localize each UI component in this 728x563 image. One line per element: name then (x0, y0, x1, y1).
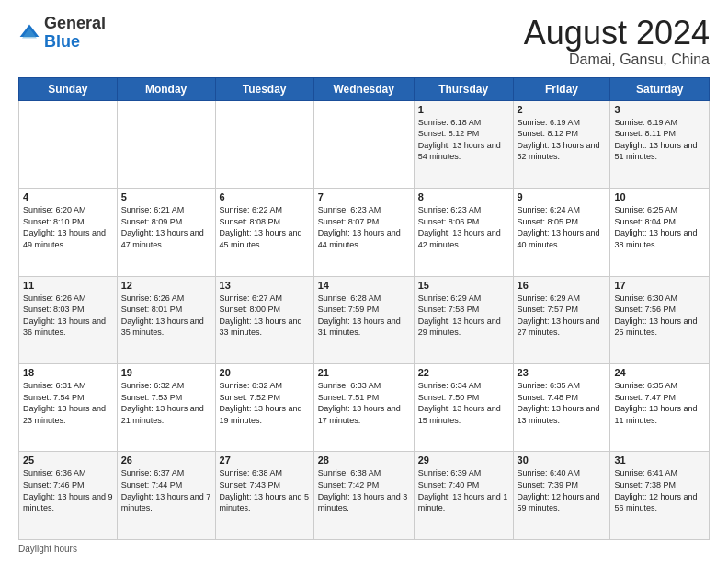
day-number: 8 (418, 191, 509, 202)
weekday-header: Monday (117, 77, 215, 100)
day-number: 31 (614, 454, 705, 465)
day-info: Sunrise: 6:38 AM Sunset: 7:43 PM Dayligh… (220, 467, 310, 513)
day-info: Sunrise: 6:20 AM Sunset: 8:10 PM Dayligh… (23, 204, 113, 250)
calendar-cell: 6 Sunrise: 6:22 AM Sunset: 8:08 PM Dayli… (215, 189, 313, 276)
calendar-cell: 17 Sunrise: 6:30 AM Sunset: 7:56 PM Dayl… (610, 276, 710, 363)
logo: General Blue (18, 15, 106, 52)
day-info: Sunrise: 6:36 AM Sunset: 7:46 PM Dayligh… (23, 467, 113, 513)
calendar-cell (313, 100, 414, 188)
day-number: 12 (121, 280, 211, 291)
weekday-header: Sunday (19, 77, 118, 100)
day-number: 7 (318, 191, 410, 202)
day-info: Sunrise: 6:25 AM Sunset: 8:04 PM Dayligh… (614, 204, 705, 250)
day-number: 4 (23, 191, 113, 202)
day-number: 23 (518, 367, 607, 378)
calendar-cell: 2 Sunrise: 6:19 AM Sunset: 8:12 PM Dayli… (513, 100, 610, 188)
calendar-cell: 22 Sunrise: 6:34 AM Sunset: 7:50 PM Dayl… (414, 364, 513, 452)
logo-icon (18, 22, 40, 44)
day-number: 29 (418, 454, 509, 465)
weekday-header: Wednesday (313, 77, 414, 100)
day-number: 25 (23, 454, 113, 465)
page: General Blue August 2024 Damai, Gansu, C… (0, 0, 728, 563)
day-number: 14 (318, 280, 410, 291)
day-number: 17 (614, 280, 705, 291)
month-year: August 2024 (524, 15, 710, 52)
weekday-header: Friday (513, 77, 610, 100)
calendar-cell: 24 Sunrise: 6:35 AM Sunset: 7:47 PM Dayl… (610, 364, 710, 452)
day-number: 16 (518, 280, 607, 291)
day-number: 5 (121, 191, 211, 202)
day-info: Sunrise: 6:31 AM Sunset: 7:54 PM Dayligh… (23, 380, 113, 426)
day-info: Sunrise: 6:27 AM Sunset: 8:00 PM Dayligh… (220, 293, 310, 339)
day-number: 9 (518, 191, 607, 202)
day-info: Sunrise: 6:22 AM Sunset: 8:08 PM Dayligh… (220, 204, 310, 250)
day-number: 26 (121, 454, 211, 465)
calendar-cell: 11 Sunrise: 6:26 AM Sunset: 8:03 PM Dayl… (19, 276, 118, 363)
header-row: SundayMondayTuesdayWednesdayThursdayFrid… (19, 77, 710, 100)
calendar-cell: 25 Sunrise: 6:36 AM Sunset: 7:46 PM Dayl… (19, 452, 118, 540)
day-info: Sunrise: 6:23 AM Sunset: 8:07 PM Dayligh… (318, 204, 410, 250)
location: Damai, Gansu, China (524, 52, 710, 68)
day-info: Sunrise: 6:29 AM Sunset: 7:57 PM Dayligh… (518, 293, 607, 339)
day-info: Sunrise: 6:34 AM Sunset: 7:50 PM Dayligh… (418, 380, 509, 426)
calendar-cell: 29 Sunrise: 6:39 AM Sunset: 7:40 PM Dayl… (414, 452, 513, 540)
calendar-cell: 9 Sunrise: 6:24 AM Sunset: 8:05 PM Dayli… (513, 189, 610, 276)
day-number: 18 (23, 367, 113, 378)
header: General Blue August 2024 Damai, Gansu, C… (18, 15, 710, 68)
calendar-cell (19, 100, 118, 188)
day-info: Sunrise: 6:18 AM Sunset: 8:12 PM Dayligh… (418, 117, 509, 163)
day-info: Sunrise: 6:24 AM Sunset: 8:05 PM Dayligh… (518, 204, 607, 250)
calendar-cell: 19 Sunrise: 6:32 AM Sunset: 7:53 PM Dayl… (117, 364, 215, 452)
calendar-cell: 15 Sunrise: 6:29 AM Sunset: 7:58 PM Dayl… (414, 276, 513, 363)
day-info: Sunrise: 6:33 AM Sunset: 7:51 PM Dayligh… (318, 380, 410, 426)
day-info: Sunrise: 6:41 AM Sunset: 7:38 PM Dayligh… (614, 467, 705, 513)
day-info: Sunrise: 6:26 AM Sunset: 8:03 PM Dayligh… (23, 293, 113, 339)
calendar-table: SundayMondayTuesdayWednesdayThursdayFrid… (18, 77, 710, 540)
logo-text: General Blue (44, 15, 106, 52)
day-info: Sunrise: 6:38 AM Sunset: 7:42 PM Dayligh… (318, 467, 410, 513)
calendar-cell: 1 Sunrise: 6:18 AM Sunset: 8:12 PM Dayli… (414, 100, 513, 188)
day-info: Sunrise: 6:32 AM Sunset: 7:52 PM Dayligh… (220, 380, 310, 426)
calendar-cell: 21 Sunrise: 6:33 AM Sunset: 7:51 PM Dayl… (313, 364, 414, 452)
day-info: Sunrise: 6:35 AM Sunset: 7:47 PM Dayligh… (614, 380, 705, 426)
day-number: 27 (220, 454, 310, 465)
day-number: 2 (518, 104, 607, 115)
calendar-cell: 13 Sunrise: 6:27 AM Sunset: 8:00 PM Dayl… (215, 276, 313, 363)
calendar-cell: 31 Sunrise: 6:41 AM Sunset: 7:38 PM Dayl… (610, 452, 710, 540)
day-info: Sunrise: 6:19 AM Sunset: 8:12 PM Dayligh… (518, 117, 607, 163)
day-info: Sunrise: 6:19 AM Sunset: 8:11 PM Dayligh… (614, 117, 705, 163)
calendar-cell (215, 100, 313, 188)
day-number: 15 (418, 280, 509, 291)
calendar-cell: 14 Sunrise: 6:28 AM Sunset: 7:59 PM Dayl… (313, 276, 414, 363)
day-info: Sunrise: 6:21 AM Sunset: 8:09 PM Dayligh… (121, 204, 211, 250)
calendar-week: 1 Sunrise: 6:18 AM Sunset: 8:12 PM Dayli… (19, 100, 710, 188)
day-info: Sunrise: 6:28 AM Sunset: 7:59 PM Dayligh… (318, 293, 410, 339)
calendar-cell: 3 Sunrise: 6:19 AM Sunset: 8:11 PM Dayli… (610, 100, 710, 188)
day-info: Sunrise: 6:29 AM Sunset: 7:58 PM Dayligh… (418, 293, 509, 339)
calendar-cell: 16 Sunrise: 6:29 AM Sunset: 7:57 PM Dayl… (513, 276, 610, 363)
weekday-header: Tuesday (215, 77, 313, 100)
day-number: 19 (121, 367, 211, 378)
calendar-cell: 8 Sunrise: 6:23 AM Sunset: 8:06 PM Dayli… (414, 189, 513, 276)
day-info: Sunrise: 6:40 AM Sunset: 7:39 PM Dayligh… (518, 467, 607, 513)
day-info: Sunrise: 6:37 AM Sunset: 7:44 PM Dayligh… (121, 467, 211, 513)
day-number: 13 (220, 280, 310, 291)
day-number: 1 (418, 104, 509, 115)
calendar-week: 11 Sunrise: 6:26 AM Sunset: 8:03 PM Dayl… (19, 276, 710, 363)
calendar-cell: 28 Sunrise: 6:38 AM Sunset: 7:42 PM Dayl… (313, 452, 414, 540)
day-number: 3 (614, 104, 705, 115)
day-number: 21 (318, 367, 410, 378)
calendar-cell: 4 Sunrise: 6:20 AM Sunset: 8:10 PM Dayli… (19, 189, 118, 276)
calendar-cell (117, 100, 215, 188)
footer-note: Daylight hours (18, 544, 710, 554)
weekday-header: Thursday (414, 77, 513, 100)
calendar-cell: 27 Sunrise: 6:38 AM Sunset: 7:43 PM Dayl… (215, 452, 313, 540)
day-number: 11 (23, 280, 113, 291)
calendar-week: 25 Sunrise: 6:36 AM Sunset: 7:46 PM Dayl… (19, 452, 710, 540)
calendar-cell: 20 Sunrise: 6:32 AM Sunset: 7:52 PM Dayl… (215, 364, 313, 452)
calendar-week: 4 Sunrise: 6:20 AM Sunset: 8:10 PM Dayli… (19, 189, 710, 276)
calendar-cell: 30 Sunrise: 6:40 AM Sunset: 7:39 PM Dayl… (513, 452, 610, 540)
day-info: Sunrise: 6:35 AM Sunset: 7:48 PM Dayligh… (518, 380, 607, 426)
calendar-cell: 23 Sunrise: 6:35 AM Sunset: 7:48 PM Dayl… (513, 364, 610, 452)
calendar-cell: 5 Sunrise: 6:21 AM Sunset: 8:09 PM Dayli… (117, 189, 215, 276)
